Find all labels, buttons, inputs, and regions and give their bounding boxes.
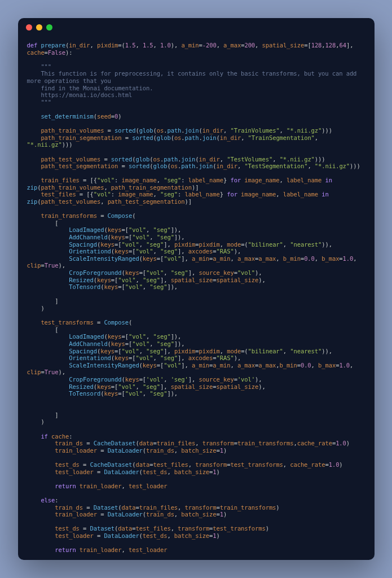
str: "seg"	[146, 241, 164, 248]
n: 1.0	[160, 42, 171, 49]
n: 1.0	[336, 440, 346, 446]
fn: CropForegroundd	[69, 269, 121, 276]
p: axcodes	[188, 354, 213, 361]
p: pixdim	[174, 241, 195, 248]
str: "vol"	[122, 241, 139, 248]
str: 'seg'	[171, 376, 188, 383]
var: path_train_segmentation	[111, 184, 192, 191]
p: pixdim	[174, 348, 195, 354]
var: test_loader	[55, 532, 93, 539]
n: 1.0	[329, 461, 340, 468]
var: train_loader	[80, 483, 122, 489]
p: batch_size	[181, 511, 216, 518]
docstring-close: """	[41, 99, 51, 106]
str: "nearest"	[290, 348, 321, 354]
code-content: def prepare(in_dir, pixdim=(1.5, 1.5, 1.…	[18, 36, 375, 560]
str: "vol"	[125, 283, 143, 290]
fn: Compose	[108, 212, 133, 219]
str: "*.nii.gz"	[287, 127, 321, 134]
fn: DataLoader	[104, 468, 139, 475]
p: source_key	[199, 376, 234, 383]
n: 64	[339, 42, 346, 49]
var: train_loader	[80, 546, 122, 553]
var: spatial_size	[217, 383, 259, 390]
p: clip	[27, 262, 41, 269]
attr: join	[199, 163, 213, 169]
var: test_transforms	[230, 461, 283, 468]
fn: ScaleIntensityRanged	[69, 362, 139, 369]
str: "seg"	[171, 269, 188, 276]
mod: os	[157, 127, 164, 134]
p-pixdim: pixdim	[97, 42, 118, 49]
zoom-icon[interactable]	[46, 24, 52, 30]
fn: CacheDataset	[94, 440, 136, 446]
var: test_loader	[55, 468, 93, 475]
str: 'vol'	[237, 376, 255, 383]
bool: True	[45, 369, 59, 375]
p: clip	[27, 369, 41, 375]
var: path_test_volumes	[41, 156, 100, 163]
fn: AddChanneld	[69, 340, 107, 347]
p: transform	[202, 440, 234, 446]
p: a_min	[192, 362, 209, 369]
fn: ToTensord	[69, 390, 100, 397]
fn: DataLoader	[108, 447, 143, 454]
str: "vol"	[118, 383, 135, 390]
str: "seg"	[160, 191, 178, 198]
p: cache_rate	[297, 440, 332, 446]
p-in_dir: in_dir	[69, 42, 90, 49]
kw: else	[41, 497, 55, 503]
var: cache	[51, 433, 69, 440]
n: 128	[311, 42, 322, 49]
str: "seg"	[157, 340, 174, 347]
attr: join	[202, 134, 217, 141]
fn: Dataset	[90, 525, 115, 532]
p: batch_size	[181, 447, 216, 454]
str: "vol"	[132, 340, 149, 347]
p: spatial_size	[171, 383, 213, 390]
p: data	[118, 525, 132, 532]
attr: path	[185, 134, 199, 141]
n: 1.0	[339, 362, 350, 369]
p-a_max: a_max	[223, 42, 241, 49]
code-window: def prepare(in_dir, pixdim=(1.5, 1.5, 1.…	[18, 18, 375, 560]
var: a_min	[213, 362, 230, 369]
kw-def: def	[27, 42, 38, 49]
var: train_loader	[55, 511, 97, 518]
fn: sorted	[114, 127, 135, 134]
fn: DataLoader	[108, 511, 143, 518]
n: -200	[202, 42, 217, 49]
fn: CropForegroundd	[69, 376, 121, 383]
p: transform	[185, 504, 217, 511]
var: image_name	[241, 191, 276, 198]
n: 0.0	[304, 255, 315, 262]
var: test_ds	[143, 468, 168, 475]
fn: sorted	[132, 134, 153, 141]
var: train_transforms	[220, 504, 276, 511]
p: axcodes	[188, 248, 213, 255]
var: test_ds	[55, 461, 80, 468]
fn: glob	[139, 127, 153, 134]
n: 1.0	[343, 255, 354, 262]
minimize-icon[interactable]	[36, 24, 42, 30]
bool: True	[45, 262, 59, 269]
p: mode	[227, 348, 241, 354]
fn: zip	[27, 184, 38, 191]
var: train_files	[157, 440, 195, 446]
fn: Dataset	[94, 504, 118, 511]
var: train_ds	[55, 440, 83, 446]
str: "seg"	[143, 383, 160, 390]
str: "TrainSegmentation"	[248, 134, 315, 141]
close-icon[interactable]	[26, 24, 32, 30]
var: in_dir	[199, 156, 219, 163]
var: train_loader	[55, 447, 97, 454]
p: keys	[97, 383, 111, 390]
p: keys	[97, 277, 111, 283]
str: "vol"	[237, 269, 255, 276]
kw: return	[55, 546, 76, 553]
var: label_name	[287, 177, 321, 183]
fn: set_determinism	[41, 113, 93, 120]
p: transform	[195, 461, 227, 468]
var: train_transforms	[237, 440, 294, 446]
var: train_files	[41, 177, 79, 183]
